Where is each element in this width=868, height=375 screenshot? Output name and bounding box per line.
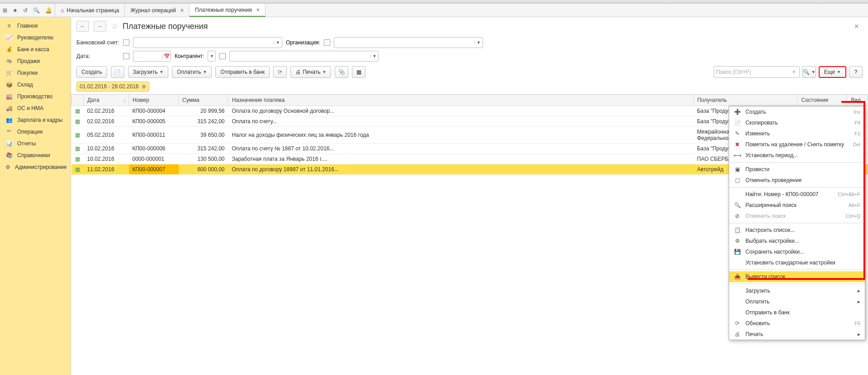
menu-item[interactable]: 📄СкопироватьF9 xyxy=(729,117,865,128)
bank-account-select[interactable]: ▼ xyxy=(133,37,282,48)
send-bank-button[interactable]: Отправить в банк xyxy=(215,66,270,78)
calendar-icon[interactable]: 📅 xyxy=(162,53,171,59)
col-recipient[interactable]: Получатель xyxy=(693,95,797,106)
menu-item[interactable]: Установить стандартные настройки xyxy=(729,257,865,268)
menu-item[interactable]: ⚙Выбрать настройки... xyxy=(729,236,865,246)
menu-item[interactable]: Оплатить▸ xyxy=(729,296,865,307)
close-page-button[interactable]: × xyxy=(850,22,863,31)
menu-item[interactable]: ⟳ОбновитьF5 xyxy=(729,318,865,329)
menu-item[interactable]: 🖨Печать▸ xyxy=(729,329,865,340)
apps-icon[interactable]: ⊞ xyxy=(3,7,7,14)
find-button[interactable]: 🔍▼ xyxy=(802,66,816,78)
menu-icon: ✖ xyxy=(734,141,741,148)
back-button[interactable]: ← xyxy=(76,21,89,32)
sidebar-item[interactable]: 🛒Покупки xyxy=(0,67,71,79)
shortcut: Ctrl+Alt+F xyxy=(838,192,860,197)
date-filter-chip[interactable]: 01.02.2016 - 28.02.2016 ⊗ xyxy=(76,82,149,91)
col-num[interactable]: Номер xyxy=(129,95,179,106)
shortcut: Alt+F xyxy=(849,202,860,208)
menu-item[interactable]: 🔍Расширенный поискAlt+F xyxy=(729,200,865,211)
date-checkbox[interactable] xyxy=(123,53,129,59)
sidebar-item[interactable]: 🛍Продажи xyxy=(0,55,71,67)
sidebar-item[interactable]: 🏭Производство xyxy=(0,91,71,102)
sidebar-item[interactable]: 💰Банк и касса xyxy=(0,43,71,55)
load-button[interactable]: Загрузить▼ xyxy=(128,66,169,78)
org-select[interactable]: ▼ xyxy=(334,37,483,48)
report-button[interactable]: ▦ xyxy=(352,66,365,78)
close-icon[interactable]: × xyxy=(180,7,184,14)
menu-icon: ⚙ xyxy=(734,238,741,244)
favorite-icon[interactable]: ☆ xyxy=(111,21,118,31)
menu-item[interactable]: ⟷Установить период... xyxy=(729,150,865,161)
menu-item[interactable]: Найти: Номер - КП00-000007Ctrl+Alt+F xyxy=(729,189,865,200)
menu-item[interactable]: ✎ИзменитьF2 xyxy=(729,128,865,139)
sidebar-item[interactable]: 📈Руководителю xyxy=(0,32,71,43)
create-button[interactable]: Создать xyxy=(76,66,107,78)
bank-account-label: Банковский счет: xyxy=(76,39,119,46)
date-input[interactable]: . . . 📅 xyxy=(133,51,171,62)
sidebar-item[interactable]: 🚚ОС и НМА xyxy=(0,102,71,114)
sidebar-item[interactable]: ≡Главное xyxy=(0,20,71,32)
remove-chip-icon[interactable]: ⊗ xyxy=(142,83,146,90)
search-icon[interactable]: 🔍 xyxy=(33,7,40,14)
col-sum[interactable]: Сумма xyxy=(179,95,228,106)
org-checkbox[interactable] xyxy=(324,39,330,46)
bank-account-checkbox[interactable] xyxy=(123,39,129,46)
help-button[interactable]: ? xyxy=(849,66,863,78)
menu-label: Провести xyxy=(745,166,769,173)
menu-item[interactable]: Отправить в банк xyxy=(729,307,865,318)
tab-journal[interactable]: Журнал операций × xyxy=(125,4,190,17)
pay-button[interactable]: Оплатить▼ xyxy=(172,66,212,78)
sidebar-item[interactable]: 📦Склад xyxy=(0,79,71,91)
menu-item[interactable]: 📋Настроить список... xyxy=(729,225,865,236)
sidebar-item[interactable]: ⚙Администрирование xyxy=(0,161,71,173)
refresh-button[interactable]: ⟳ xyxy=(273,66,287,78)
menu-item[interactable]: ✖Пометить на удаление / Снять пометкуDel xyxy=(729,139,865,150)
tab-bar: ⊞ ★ ↺ 🔍 🔔 ⌂ Начальная страница Журнал оп… xyxy=(0,4,868,17)
clear-search-icon[interactable]: × xyxy=(791,69,797,75)
col-purpose[interactable]: Назначение платежа xyxy=(228,95,693,106)
counterparty-select[interactable]: ▼ xyxy=(229,51,379,62)
menu-label: Установить стандартные настройки xyxy=(745,260,835,266)
menu-label: Отменить поиск xyxy=(745,213,786,219)
menu-label: Найти: Номер - КП00-000007 xyxy=(745,191,819,197)
tab-home[interactable]: ⌂ Начальная страница xyxy=(55,4,125,17)
menu-item[interactable]: ▣Провести xyxy=(729,164,865,175)
menu-icon: ⊘ xyxy=(734,213,741,219)
print-button[interactable]: 🖨Печать▼ xyxy=(290,66,331,78)
more-button[interactable]: Еще▼ xyxy=(819,66,846,78)
close-icon[interactable]: × xyxy=(256,7,260,13)
menu-item[interactable]: Загрузить▸ xyxy=(729,285,865,296)
attach-button[interactable]: 📎 xyxy=(335,66,348,78)
shortcut: Ctrl+Q xyxy=(846,213,860,219)
copy-button[interactable]: 📄 xyxy=(111,66,124,78)
counterparty-checkbox[interactable] xyxy=(219,53,226,59)
menu-icon: ▢ xyxy=(734,177,741,183)
col-state[interactable]: Состояние xyxy=(797,95,847,106)
history-icon[interactable]: ↺ xyxy=(23,7,28,14)
menu-item[interactable]: ➕СоздатьIns xyxy=(729,106,865,117)
sidebar-label: Зарплата и кадры xyxy=(17,117,62,123)
counterparty-mode[interactable]: ▼ xyxy=(208,51,216,62)
sidebar-icon: 👥 xyxy=(5,117,13,123)
menu-label: Скопировать xyxy=(745,120,778,126)
submenu-icon: ▸ xyxy=(858,331,860,337)
col-date[interactable]: Дата↓ xyxy=(84,95,129,106)
search-input[interactable]: × xyxy=(714,66,800,78)
bell-icon[interactable]: 🔔 xyxy=(45,7,52,14)
shortcut: F2 xyxy=(854,131,860,136)
menu-item[interactable]: ▢Отменить проведение xyxy=(729,175,865,186)
star-icon[interactable]: ★ xyxy=(13,7,18,14)
menu-item[interactable]: 📤Вывести список... xyxy=(729,271,865,282)
sidebar-item[interactable]: ᴬᵏОперации xyxy=(0,126,71,138)
forward-button[interactable]: → xyxy=(94,21,106,32)
tab-payments[interactable]: Платежные поручения × xyxy=(190,4,266,17)
doc-icon: ▦ xyxy=(71,144,84,154)
sidebar-item[interactable]: 📚Справочники xyxy=(0,149,71,161)
sidebar-item[interactable]: 📊Отчеты xyxy=(0,138,71,149)
menu-item[interactable]: 💾Сохранить настройки... xyxy=(729,246,865,257)
menu-icon: 📋 xyxy=(734,227,741,233)
menu-label: Печать xyxy=(745,331,763,337)
sidebar-item[interactable]: 👥Зарплата и кадры xyxy=(0,114,71,126)
sidebar-label: Отчеты xyxy=(17,140,36,147)
